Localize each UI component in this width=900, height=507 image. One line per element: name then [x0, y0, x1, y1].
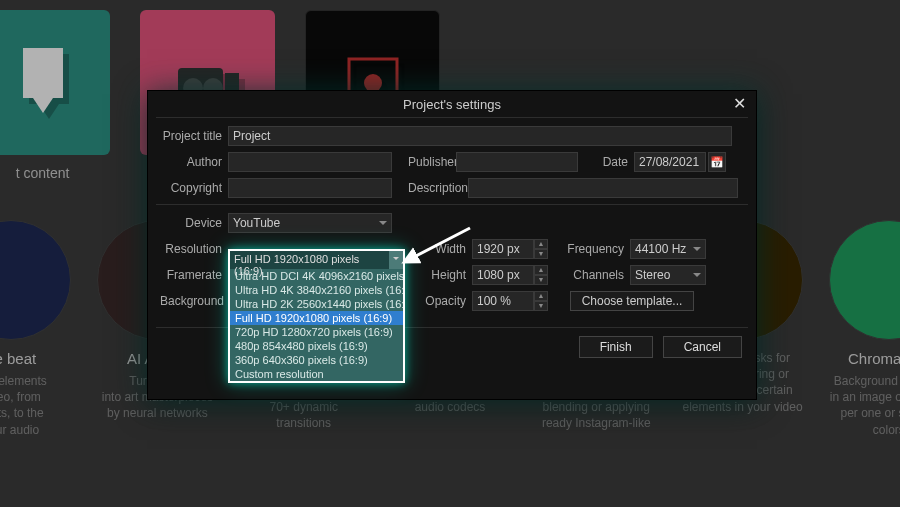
label-device: Device	[160, 216, 228, 230]
tile-label: t content	[0, 165, 113, 181]
resolution-option[interactable]: Ultra HD 2K 2560x1440 pixels (16:9)	[230, 297, 403, 311]
svg-rect-0	[23, 48, 63, 98]
label-opacity: Opacity	[410, 294, 472, 308]
label-copyright: Copyright	[160, 181, 228, 195]
resolution-option[interactable]: 360p 640x360 pixels (16:9)	[230, 353, 403, 367]
author-input[interactable]	[228, 152, 392, 172]
feature-title: he beat	[0, 350, 72, 367]
opacity-spin-down[interactable]: ▼	[534, 301, 548, 311]
copyright-input[interactable]	[228, 178, 392, 198]
resolution-option[interactable]: Ultra HD DCI 4K 4096x2160 pixels (18	[230, 269, 403, 283]
tile-import[interactable]: t content	[0, 10, 110, 155]
feature-desc: Background removalin an image or a video…	[828, 373, 900, 438]
publisher-input[interactable]	[456, 152, 578, 172]
date-input[interactable]	[634, 152, 706, 172]
height-spin-up[interactable]: ▲	[534, 265, 548, 275]
label-project-title: Project title	[160, 129, 228, 143]
label-date: Date	[594, 155, 634, 169]
feature-card[interactable]: Chroma-keyBackground removalin an image …	[828, 220, 900, 438]
label-resolution: Resolution	[160, 242, 228, 256]
description-input[interactable]	[468, 178, 738, 198]
label-background: Background	[160, 294, 228, 308]
resolution-input[interactable]: Full HD 1920x1080 pixels (16:9)	[230, 251, 389, 269]
resolution-dropdown-open[interactable]: Full HD 1920x1080 pixels (16:9) Ultra HD…	[228, 249, 405, 383]
height-input[interactable]	[472, 265, 534, 285]
label-publisher: Publisher	[408, 155, 456, 169]
svg-point-7	[364, 74, 382, 92]
opacity-spin-up[interactable]: ▲	[534, 291, 548, 301]
device-select[interactable]	[228, 213, 392, 233]
channels-select[interactable]	[630, 265, 706, 285]
close-icon[interactable]: ✕	[729, 94, 750, 113]
feature-title: Chroma-key	[828, 350, 900, 367]
label-channels: Channels	[564, 268, 630, 282]
chevron-down-icon[interactable]	[389, 251, 403, 269]
finish-button[interactable]: Finish	[579, 336, 653, 358]
label-width: Width	[410, 242, 472, 256]
calendar-icon[interactable]: 📅	[708, 152, 726, 172]
width-input[interactable]	[472, 239, 534, 259]
feature-desc: any elementsvideo, fromffects, to theyou…	[0, 373, 72, 438]
resolution-option[interactable]: Custom resolution	[230, 367, 403, 381]
project-title-input[interactable]	[228, 126, 732, 146]
project-settings-dialog: Project's settings ✕ Project title Autho…	[147, 90, 757, 400]
resolution-option[interactable]: Ultra HD 4K 3840x2160 pixels (16:9)	[230, 283, 403, 297]
frequency-select[interactable]	[630, 239, 706, 259]
dialog-title: Project's settings	[403, 97, 501, 112]
resolution-option[interactable]: Full HD 1920x1080 pixels (16:9)	[230, 311, 403, 325]
choose-template-button[interactable]: Choose template...	[570, 291, 694, 311]
width-spin-down[interactable]: ▼	[534, 249, 548, 259]
height-spin-down[interactable]: ▼	[534, 275, 548, 285]
width-spin-up[interactable]: ▲	[534, 239, 548, 249]
label-description: Description	[408, 181, 468, 195]
feature-card[interactable]: he beatany elementsvideo, fromffects, to…	[0, 220, 72, 438]
resolution-option[interactable]: 480p 854x480 pixels (16:9)	[230, 339, 403, 353]
opacity-input[interactable]	[472, 291, 534, 311]
label-frequency: Frequency	[564, 242, 630, 256]
resolution-option[interactable]: 720p HD 1280x720 pixels (16:9)	[230, 325, 403, 339]
label-height: Height	[410, 268, 472, 282]
svg-marker-1	[33, 98, 53, 113]
label-framerate: Framerate	[160, 268, 228, 282]
cancel-button[interactable]: Cancel	[663, 336, 742, 358]
label-author: Author	[160, 155, 228, 169]
